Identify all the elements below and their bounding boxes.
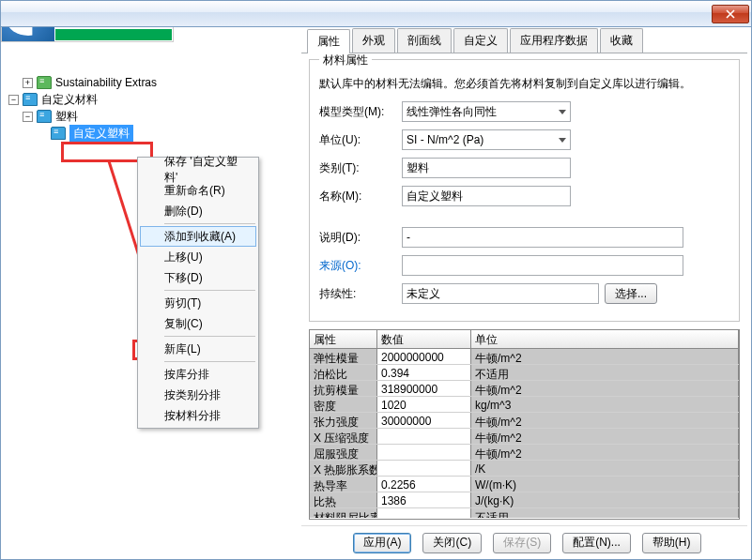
table-row[interactable]: 屈服强度牛顿/m^2 — [310, 445, 739, 461]
cell-unit: J/(kg·K) — [471, 492, 739, 507]
tree-label: 塑料 — [55, 109, 78, 125]
config-button[interactable]: 配置(N)... — [562, 533, 631, 553]
cell-value[interactable] — [377, 461, 471, 476]
col-property[interactable]: 属性 — [310, 330, 377, 348]
ctx-sort-material[interactable]: 按材料分排 — [140, 405, 256, 426]
select-value: 线性弹性各向同性 — [407, 104, 497, 120]
cell-value[interactable]: 1386 — [377, 492, 471, 507]
table-row[interactable]: X 热膨胀系数/K — [310, 461, 739, 477]
name-label: 名称(M): — [319, 189, 402, 204]
apply-button[interactable]: 应用(A) — [353, 533, 411, 553]
table-row[interactable]: 抗剪模量318900000牛顿/m^2 — [310, 381, 739, 397]
collapse-icon[interactable]: − — [23, 112, 33, 122]
close-button[interactable] — [712, 5, 749, 23]
ctx-copy[interactable]: 复制(C) — [140, 313, 256, 334]
table-row[interactable]: X 压缩强度牛顿/m^2 — [310, 429, 739, 445]
material-tree[interactable]: +Sustainability Extras −自定义材料 −塑料 自定义塑料 — [5, 70, 298, 145]
cell-value[interactable]: 0.2256 — [377, 477, 471, 492]
expand-icon[interactable]: + — [23, 78, 33, 88]
save-button: 保存(S) — [493, 533, 551, 553]
chevron-down-icon — [559, 110, 566, 114]
category-input[interactable] — [402, 158, 571, 178]
sustainability-input[interactable] — [402, 283, 599, 304]
table-row[interactable]: 泊松比0.394不适用 — [310, 365, 739, 381]
tab-custom[interactable]: 自定义 — [453, 28, 508, 53]
cell-value[interactable] — [377, 445, 471, 460]
sustainability-label: 持续性: — [319, 286, 402, 302]
property-table: 属性 数值 单位 弹性模量2000000000牛顿/m^2泊松比0.394不适用… — [309, 329, 740, 520]
cell-unit: W/(m·K) — [471, 477, 739, 492]
cell-value[interactable]: 318900000 — [377, 381, 471, 396]
model-type-label: 模型类型(M): — [319, 104, 402, 120]
note-text: 默认库中的材料无法编辑。您必须首先将材料复制到自定义库以进行编辑。 — [319, 76, 729, 92]
cell-prop: X 热膨胀系数 — [310, 461, 377, 476]
ctx-save[interactable]: 保存 '自定义塑料' — [140, 159, 256, 180]
ctx-new-library[interactable]: 新库(L) — [140, 339, 256, 359]
material-icon — [51, 127, 66, 140]
cell-prop: 弹性模量 — [310, 349, 377, 364]
cell-value[interactable]: 0.394 — [377, 365, 471, 380]
select-button[interactable]: 选择... — [605, 283, 657, 304]
table-row[interactable]: 比热1386J/(kg·K) — [310, 492, 739, 508]
close-dialog-button[interactable]: 关闭(C) — [422, 533, 482, 553]
cell-prop: 热导率 — [310, 477, 377, 492]
tree-pane: +Sustainability Extras −自定义材料 −塑料 自定义塑料 … — [1, 27, 301, 559]
cell-value[interactable]: 30000000 — [377, 413, 471, 428]
cell-value[interactable] — [377, 429, 471, 444]
tree-node-sustainability[interactable]: +Sustainability Extras — [8, 74, 294, 91]
tab-hatch[interactable]: 剖面线 — [397, 28, 452, 53]
tree-label: 自定义材料 — [41, 92, 98, 108]
table-row[interactable]: 张力强度30000000牛顿/m^2 — [310, 413, 739, 429]
name-input[interactable] — [402, 186, 571, 206]
cell-prop: 屈服强度 — [310, 445, 377, 460]
context-menu: 保存 '自定义塑料' 重新命名(R) 删除(D) 添加到收藏(A) 上移(U) … — [137, 157, 259, 429]
separator — [164, 223, 255, 224]
col-value[interactable]: 数值 — [377, 330, 471, 348]
table-body[interactable]: 弹性模量2000000000牛顿/m^2泊松比0.394不适用抗剪模量31890… — [310, 349, 739, 518]
cell-prop: X 压缩强度 — [310, 429, 377, 444]
tab-appearance[interactable]: 外观 — [352, 28, 395, 53]
model-type-select[interactable]: 线性弹性各向同性 — [402, 101, 571, 122]
tree-node-custom[interactable]: −自定义材料 — [8, 91, 294, 108]
tab-appdata[interactable]: 应用程序数据 — [510, 28, 598, 53]
ctx-delete[interactable]: 删除(D) — [140, 201, 256, 221]
cell-unit: 牛顿/m^2 — [471, 445, 739, 460]
material-properties-group: 材料属性 默认库中的材料无法编辑。您必须首先将材料复制到自定义库以进行编辑。 模… — [309, 59, 740, 322]
cell-prop: 抗剪模量 — [310, 381, 377, 396]
tab-favorites[interactable]: 收藏 — [600, 28, 643, 53]
table-row[interactable]: 热导率0.2256W/(m·K) — [310, 477, 739, 492]
bottom-toolbar: 应用(A) 关闭(C) 保存(S) 配置(N)... 帮助(H) — [301, 525, 747, 559]
source-input[interactable] — [402, 255, 683, 276]
properties-pane: 属性 外观 剖面线 自定义 应用程序数据 收藏 材料属性 默认库中的材料无法编辑… — [301, 27, 751, 559]
ctx-move-up[interactable]: 上移(U) — [140, 247, 256, 267]
cell-value[interactable]: 2000000000 — [377, 349, 471, 364]
ctx-cut[interactable]: 剪切(T) — [140, 293, 256, 313]
folder-icon — [37, 110, 52, 123]
table-row[interactable]: 弹性模量2000000000牛顿/m^2 — [310, 349, 739, 365]
tab-properties[interactable]: 属性 — [307, 29, 350, 53]
ctx-move-down[interactable]: 下移(D) — [140, 267, 256, 288]
ctx-sort-library[interactable]: 按库分排 — [140, 364, 256, 385]
collapse-icon[interactable]: − — [8, 95, 19, 105]
tree-node-custom-plastic[interactable]: 自定义塑料 — [8, 125, 294, 142]
cell-unit: 牛顿/m^2 — [471, 429, 739, 444]
tree-node-plastic[interactable]: −塑料 — [8, 108, 294, 125]
cell-value[interactable]: 1020 — [377, 397, 471, 412]
cell-unit: 不适用 — [471, 508, 739, 518]
separator — [164, 361, 255, 362]
col-unit[interactable]: 单位 — [471, 330, 739, 348]
cell-prop: 材料阻尼比率 — [310, 508, 377, 518]
unit-label: 单位(U): — [319, 132, 402, 148]
ctx-sort-category[interactable]: 按类别分排 — [140, 385, 256, 405]
description-label: 说明(D): — [319, 230, 402, 246]
cell-value[interactable] — [377, 508, 471, 518]
unit-select[interactable]: SI - N/m^2 (Pa) — [402, 129, 571, 150]
help-button[interactable]: 帮助(H) — [642, 533, 701, 553]
table-row[interactable]: 材料阻尼比率不适用 — [310, 508, 739, 518]
category-label: 类别(T): — [319, 160, 402, 176]
description-input[interactable] — [402, 227, 683, 248]
table-row[interactable]: 密度1020kg/m^3 — [310, 397, 739, 413]
ctx-add-favorite[interactable]: 添加到收藏(A) — [140, 226, 256, 247]
table-header: 属性 数值 单位 — [310, 330, 739, 349]
source-label[interactable]: 来源(O): — [319, 258, 402, 274]
